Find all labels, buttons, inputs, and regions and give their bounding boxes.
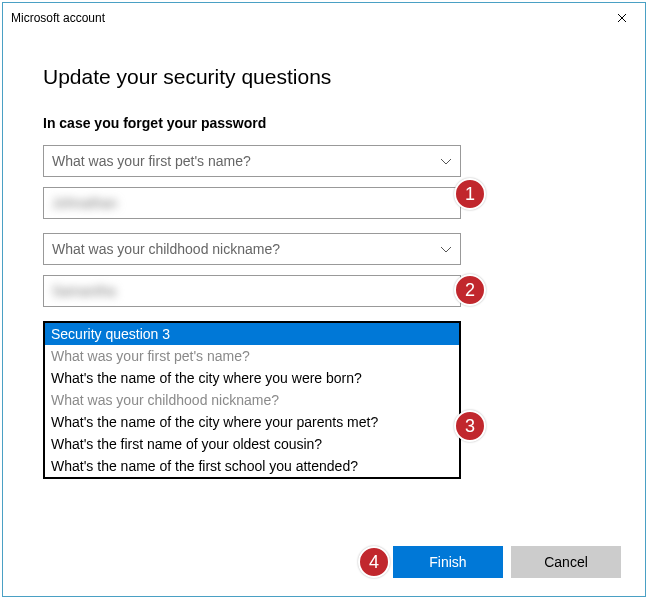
- question1-select-text: What was your first pet's name?: [52, 153, 251, 169]
- answer2-wrap: Samantha: [43, 275, 461, 307]
- question2-select-wrap: What was your childhood nickname?: [43, 233, 461, 265]
- footer-buttons: Finish Cancel: [393, 546, 621, 578]
- page-subtitle: In case you forget your password: [43, 115, 605, 131]
- chevron-down-icon: [440, 153, 452, 169]
- window-title: Microsoft account: [11, 11, 105, 25]
- question1-select[interactable]: What was your first pet's name?: [43, 145, 461, 177]
- answer2-input[interactable]: Samantha: [43, 275, 461, 307]
- titlebar: Microsoft account: [3, 3, 645, 33]
- dropdown-option[interactable]: What's the first name of your oldest cou…: [45, 433, 459, 455]
- chevron-down-icon: [440, 241, 452, 257]
- answer1-text: Johnathan: [52, 195, 117, 211]
- answer1-input[interactable]: Johnathan: [43, 187, 461, 219]
- question2-select[interactable]: What was your childhood nickname?: [43, 233, 461, 265]
- annotation-badge-2: 2: [454, 274, 486, 306]
- finish-button[interactable]: Finish: [393, 546, 503, 578]
- question1-select-wrap: What was your first pet's name?: [43, 145, 461, 177]
- dropdown-option: What was your childhood nickname?: [45, 389, 459, 411]
- cancel-button[interactable]: Cancel: [511, 546, 621, 578]
- dropdown-option[interactable]: What's the name of the city where your p…: [45, 411, 459, 433]
- answer1-wrap: Johnathan: [43, 187, 461, 219]
- close-button[interactable]: [599, 3, 645, 33]
- dropdown-option: What was your first pet's name?: [45, 345, 459, 367]
- annotation-badge-1: 1: [454, 178, 486, 210]
- dialog-window: Microsoft account Update your security q…: [2, 2, 646, 597]
- page-title: Update your security questions: [43, 65, 605, 89]
- dropdown-option[interactable]: Security question 3: [45, 323, 459, 345]
- dropdown-option[interactable]: What's the name of the first school you …: [45, 455, 459, 477]
- dropdown-option[interactable]: What's the name of the city where you we…: [45, 367, 459, 389]
- question2-select-text: What was your childhood nickname?: [52, 241, 280, 257]
- annotation-badge-3: 3: [454, 410, 486, 442]
- content-area: Update your security questions In case y…: [3, 33, 645, 479]
- close-icon: [617, 13, 627, 23]
- answer2-text: Samantha: [52, 283, 116, 299]
- question3-dropdown[interactable]: Security question 3What was your first p…: [43, 321, 461, 479]
- annotation-badge-4: 4: [358, 546, 390, 578]
